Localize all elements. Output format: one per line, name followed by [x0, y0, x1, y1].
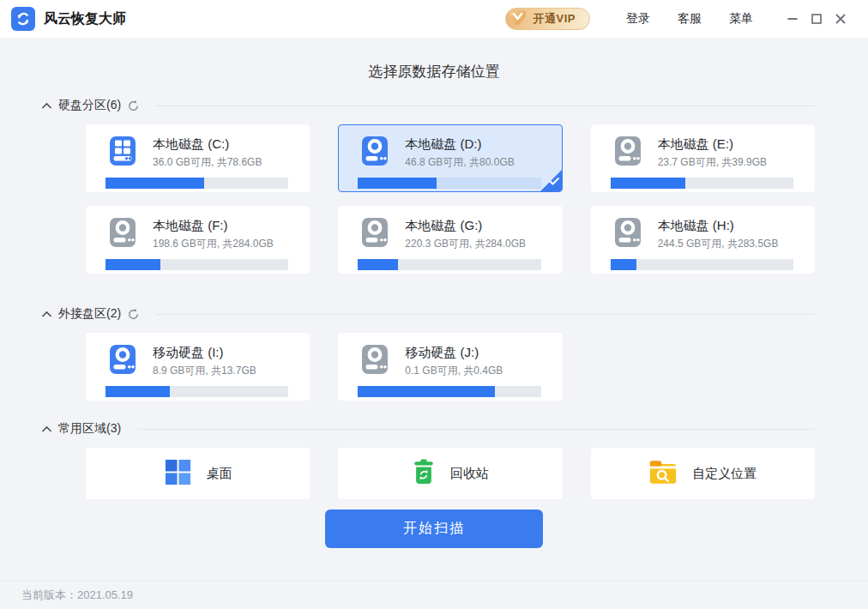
version-text: 当前版本：2021.05.19	[21, 588, 133, 603]
recycle-bin-label: 回收站	[450, 466, 489, 482]
disk-name: 移动硬盘 (I:)	[153, 345, 256, 361]
section-divider	[156, 314, 815, 315]
disk-card-e[interactable]: 本地磁盘 (E:) 23.7 GB可用, 共39.9GB	[591, 124, 815, 192]
common-card-grid: 桌面 回收站	[86, 448, 815, 499]
removable-disk-icon	[105, 342, 140, 380]
nav-login-link[interactable]: 登录	[626, 11, 650, 27]
app-title: 风云恢复大师	[44, 10, 126, 28]
disk-name: 本地磁盘 (D:)	[405, 136, 514, 153]
disk-card-h[interactable]: 本地磁盘 (H:) 244.5 GB可用, 共283.5GB	[591, 206, 815, 274]
disk-usage-text: 8.9 GB可用, 共13.7GB	[153, 364, 256, 378]
page-title: 选择原数据存储位置	[0, 39, 868, 81]
removable-disk-icon	[358, 342, 392, 380]
grid-empty-cell	[591, 333, 815, 401]
disk-name: 本地磁盘 (G:)	[405, 218, 526, 234]
disk-usage-bar	[105, 386, 288, 397]
section-divider	[137, 429, 815, 430]
section-label-external: 外接盘区(2)	[58, 306, 121, 322]
nav-support-link[interactable]: 客服	[678, 11, 702, 27]
disk-usage-text: 198.6 GB可用, 共284.0GB	[153, 237, 274, 251]
recycle-bin-card[interactable]: 回收站	[338, 448, 562, 499]
disk-card-i[interactable]: 移动硬盘 (I:) 8.9 GB可用, 共13.7GB	[86, 333, 310, 401]
maximize-icon[interactable]	[805, 7, 829, 31]
chevron-up-icon[interactable]	[41, 311, 52, 318]
disk-usage-bar	[611, 178, 793, 189]
vip-button-label: 开通VIP	[533, 11, 576, 27]
disk-card-f[interactable]: 本地磁盘 (F:) 198.6 GB可用, 共284.0GB	[86, 206, 310, 274]
chevron-up-icon[interactable]	[41, 102, 52, 110]
check-icon	[549, 173, 560, 189]
disk-card-j[interactable]: 移动硬盘 (J:) 0.1 GB可用, 共0.4GB	[338, 333, 562, 401]
recycle-bin-icon	[412, 458, 436, 489]
disk-icon	[358, 134, 392, 172]
disk-usage-text: 23.7 GB可用, 共39.9GB	[658, 155, 767, 170]
custom-location-card[interactable]: 自定义位置	[591, 448, 815, 499]
disk-usage-bar	[358, 259, 540, 270]
disk-icon	[611, 215, 645, 253]
disk-name: 移动硬盘 (J:)	[405, 345, 503, 361]
desktop-label: 桌面	[207, 466, 232, 482]
minimize-icon[interactable]	[781, 7, 805, 31]
disk-usage-text: 36.0 GB可用, 共78.6GB	[153, 155, 262, 170]
disk-usage-text: 46.8 GB可用, 共80.0GB	[405, 155, 514, 170]
close-icon[interactable]	[829, 7, 853, 31]
refresh-icon[interactable]	[127, 99, 140, 112]
status-bar: 当前版本：2021.05.19	[0, 581, 868, 609]
disk-name: 本地磁盘 (C:)	[153, 136, 262, 153]
disk-usage-bar	[105, 259, 288, 270]
desktop-card[interactable]: 桌面	[86, 448, 310, 499]
folder-search-icon	[648, 459, 678, 489]
section-header-hdd: 硬盘分区(6)	[41, 98, 815, 113]
disk-name: 本地磁盘 (H:)	[658, 218, 779, 234]
nav-menu-link[interactable]: 菜单	[729, 11, 753, 27]
window-controls	[781, 7, 853, 31]
chevron-up-icon[interactable]	[41, 425, 52, 433]
open-vip-button[interactable]: 开通VIP	[505, 8, 590, 30]
disk-name: 本地磁盘 (F:)	[153, 218, 274, 234]
disk-card-d-selected[interactable]: 本地磁盘 (D:) 46.8 GB可用, 共80.0GB	[338, 124, 562, 192]
refresh-icon[interactable]	[127, 308, 140, 321]
section-label-hdd: 硬盘分区(6)	[58, 98, 121, 113]
disk-usage-text: 0.1 GB可用, 共0.4GB	[405, 364, 503, 378]
disk-usage-bar	[611, 259, 793, 270]
start-scan-button[interactable]: 开始扫描	[325, 510, 543, 548]
disk-name: 本地磁盘 (E:)	[658, 136, 767, 153]
section-label-common: 常用区域(3)	[58, 421, 121, 437]
custom-location-label: 自定义位置	[692, 466, 756, 482]
disk-usage-bar	[105, 178, 288, 189]
hdd-card-grid: 本地磁盘 (C:) 36.0 GB可用, 共78.6GB 本地磁盘	[86, 124, 815, 274]
titlebar: 风云恢复大师 开通VIP 登录 客服 菜单	[0, 0, 868, 39]
external-card-grid: 移动硬盘 (I:) 8.9 GB可用, 共13.7GB 移动硬盘	[86, 333, 815, 401]
app-logo-sync-arrows-icon	[11, 7, 35, 31]
disk-icon	[358, 215, 392, 253]
disk-usage-bar	[358, 178, 540, 189]
disk-usage-text: 244.5 GB可用, 共283.5GB	[658, 237, 779, 251]
disk-icon	[611, 134, 645, 172]
disk-icon	[105, 215, 140, 253]
disk-card-c[interactable]: 本地磁盘 (C:) 36.0 GB可用, 共78.6GB	[86, 124, 310, 192]
disk-card-g[interactable]: 本地磁盘 (G:) 220.3 GB可用, 共284.0GB	[338, 206, 562, 274]
windows-logo-icon	[164, 458, 192, 490]
disk-usage-text: 220.3 GB可用, 共284.0GB	[405, 237, 526, 251]
section-header-external: 外接盘区(2)	[41, 306, 815, 322]
disk-usage-bar	[358, 386, 540, 397]
section-divider	[156, 106, 815, 106]
main-content: 选择原数据存储位置 硬盘分区(6)	[0, 39, 868, 581]
vip-shield-icon	[507, 9, 528, 33]
section-header-common: 常用区域(3)	[41, 421, 815, 437]
system-disk-icon	[105, 134, 140, 172]
